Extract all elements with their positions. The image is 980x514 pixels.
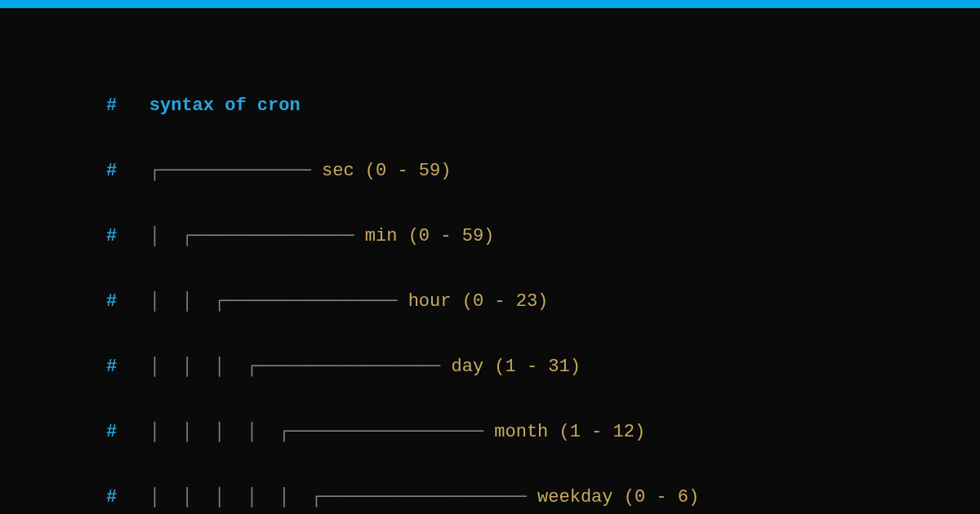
row-title: # syntax of cron [106, 90, 980, 122]
row-day: # │ │ │ ┌───────────────── day (1 - 31) [106, 351, 980, 383]
label-month: month (1 - 12) [494, 422, 645, 442]
label-min: min (0 - 59) [365, 226, 494, 246]
label-weekday: weekday (0 - 6) [537, 487, 699, 507]
row-weekday: # │ │ │ │ │ ┌─────────────────── weekday… [106, 481, 980, 514]
row-month: # │ │ │ │ ┌────────────────── month (1 -… [106, 416, 980, 449]
label-sec: sec (0 - 59) [322, 161, 451, 181]
row-sec: # ┌────────────── sec (0 - 59) [106, 155, 980, 188]
title: syntax of cron [149, 95, 301, 116]
row-hour: # │ │ ┌──────────────── hour (0 - 23) [106, 286, 980, 318]
label-day: day (1 - 31) [451, 357, 580, 377]
cron-diagram: # syntax of cron # ┌────────────── sec (… [0, 8, 980, 514]
top-accent-bar [0, 0, 980, 8]
label-hour: hour (0 - 23) [408, 291, 549, 312]
row-min: # │ ┌─────────────── min (0 - 59) [106, 220, 980, 253]
